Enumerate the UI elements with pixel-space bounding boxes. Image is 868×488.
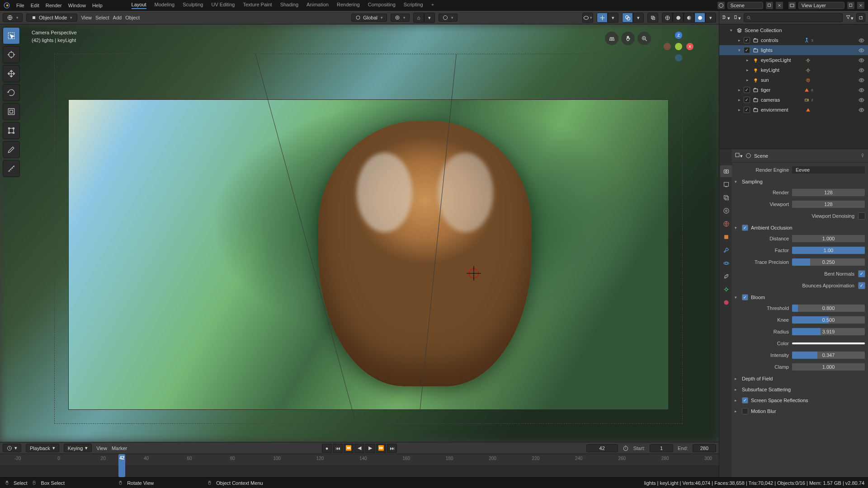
timeline-track[interactable] bbox=[0, 465, 719, 477]
navigation-gizmo[interactable]: Z X bbox=[664, 32, 693, 61]
tab-texture-paint[interactable]: Texture Paint bbox=[243, 2, 272, 9]
outliner-root[interactable]: ▾ Scene Collection bbox=[719, 25, 868, 35]
disclosure-icon[interactable]: ▸ bbox=[745, 58, 750, 62]
tab-animation[interactable]: Animation bbox=[307, 2, 329, 9]
outliner-item-tiger[interactable]: ▸tiger8 bbox=[719, 85, 868, 95]
auto-key-toggle[interactable]: ● bbox=[322, 444, 332, 453]
pivot-point[interactable]: ▾ bbox=[391, 14, 410, 22]
prop-tab-physics[interactable] bbox=[720, 257, 732, 269]
outliner-item-cameras[interactable]: ▸cameras2 bbox=[719, 95, 868, 105]
outliner-filter[interactable]: ▾ bbox=[845, 14, 854, 21]
tab-rendering[interactable]: Rendering bbox=[337, 2, 360, 9]
viewport-denoising-checkbox[interactable] bbox=[858, 212, 865, 220]
panel-ambient-occlusion[interactable]: ▾Ambient Occlusion bbox=[735, 222, 865, 233]
prop-tab-data[interactable] bbox=[720, 283, 732, 295]
object-visibility-options[interactable]: ▾ bbox=[582, 13, 593, 23]
prop-tab-object[interactable] bbox=[720, 231, 732, 243]
hide-viewport-icon[interactable] bbox=[857, 56, 865, 64]
prop-tab-render[interactable] bbox=[720, 165, 732, 177]
timeline-view-menu[interactable]: View bbox=[96, 446, 107, 451]
tool-measure[interactable] bbox=[3, 160, 20, 177]
panel-motion-blur[interactable]: ▸Motion Blur bbox=[735, 406, 865, 417]
tab-layout[interactable]: Layout bbox=[132, 2, 146, 9]
hide-viewport-icon[interactable] bbox=[857, 86, 865, 94]
bloom-threshold-slider[interactable]: 0.800 bbox=[792, 304, 865, 312]
prop-tab-viewlayer[interactable] bbox=[720, 192, 732, 203]
axis-x-icon[interactable]: X bbox=[686, 43, 693, 50]
zoom-view-icon[interactable] bbox=[637, 32, 651, 45]
tool-rotate[interactable] bbox=[3, 84, 20, 101]
play-forward-icon[interactable]: ▶ bbox=[365, 444, 375, 453]
ao-enabled-checkbox[interactable] bbox=[742, 225, 748, 231]
viewlayer-new-icon[interactable] bbox=[847, 2, 854, 9]
jump-start-icon[interactable]: ⏮ bbox=[333, 444, 343, 453]
render-engine-select[interactable]: Eevee bbox=[792, 166, 865, 174]
disclosure-icon[interactable]: ▾ bbox=[728, 28, 734, 33]
viewport-menu-add[interactable]: Add bbox=[113, 15, 122, 20]
tool-move[interactable] bbox=[3, 65, 20, 82]
viewlayer-browse-icon[interactable] bbox=[788, 2, 796, 9]
disclosure-icon[interactable]: ▸ bbox=[736, 108, 742, 112]
outliner-display-mode[interactable]: ▾ bbox=[733, 14, 741, 21]
ao-distance-input[interactable]: 1.000 bbox=[792, 235, 865, 243]
editor-type-selector[interactable]: ▾ bbox=[3, 13, 23, 22]
3d-viewport[interactable]: Camera Perspective (42) lights | keyLigh… bbox=[0, 24, 719, 442]
prop-tab-constraints[interactable] bbox=[720, 270, 732, 282]
disclosure-icon[interactable]: ▸ bbox=[736, 88, 742, 92]
shading-lookdev[interactable] bbox=[684, 13, 694, 23]
motion-blur-enabled-checkbox[interactable] bbox=[742, 408, 748, 414]
disclosure-icon[interactable]: ▸ bbox=[745, 78, 750, 82]
ao-factor-slider[interactable]: 1.00 bbox=[792, 246, 865, 254]
gizmo-options[interactable]: ▾ bbox=[608, 13, 618, 23]
panel-bloom[interactable]: ▾Bloom bbox=[735, 292, 865, 303]
shading-rendered[interactable] bbox=[694, 13, 705, 23]
axis-neg-z-icon[interactable] bbox=[675, 54, 682, 61]
tool-cursor[interactable] bbox=[3, 46, 20, 63]
tab-uv-editing[interactable]: UV Editing bbox=[211, 2, 235, 9]
scene-delete-icon[interactable] bbox=[776, 2, 783, 9]
tab-sculpting[interactable]: Sculpting bbox=[183, 2, 203, 9]
transform-orientation[interactable]: Global▾ bbox=[351, 14, 387, 22]
outliner-item-controls[interactable]: ▸controls3 bbox=[719, 35, 868, 45]
collection-enable-checkbox[interactable] bbox=[744, 47, 750, 53]
bloom-knee-slider[interactable]: 0.500 bbox=[792, 316, 865, 324]
tab-scripting[interactable]: Scripting bbox=[404, 2, 423, 9]
collection-enable-checkbox[interactable] bbox=[744, 87, 750, 93]
prop-tab-output[interactable] bbox=[720, 178, 732, 190]
shading-wireframe[interactable] bbox=[662, 13, 673, 23]
bloom-clamp-input[interactable]: 1.000 bbox=[792, 363, 865, 371]
playhead[interactable]: 42 bbox=[118, 454, 125, 477]
render-samples-input[interactable]: 128 bbox=[792, 188, 865, 197]
bloom-radius-slider[interactable]: 3.919 bbox=[792, 328, 865, 336]
ao-bent-checkbox[interactable] bbox=[858, 270, 865, 277]
timeline-ruler[interactable]: -200204060801001201401601802002202402602… bbox=[0, 454, 719, 477]
disclosure-icon[interactable]: ▸ bbox=[736, 38, 742, 42]
timeline-marker-menu[interactable]: Marker bbox=[112, 446, 127, 451]
current-frame-input[interactable]: 42 bbox=[586, 444, 618, 452]
shading-options[interactable]: ▾ bbox=[705, 13, 716, 23]
prop-tab-modifiers[interactable] bbox=[720, 244, 732, 256]
play-reverse-icon[interactable]: ◀ bbox=[354, 444, 364, 453]
hide-viewport-icon[interactable] bbox=[857, 96, 865, 104]
tool-select-box[interactable] bbox=[3, 27, 20, 44]
prop-tab-scene[interactable] bbox=[720, 205, 732, 216]
properties-editor-type[interactable]: ▾ bbox=[735, 152, 743, 159]
overlay-options[interactable]: ▾ bbox=[633, 13, 644, 23]
pan-view-icon[interactable] bbox=[621, 32, 635, 45]
collection-enable-checkbox[interactable] bbox=[744, 97, 750, 103]
new-collection-button[interactable] bbox=[856, 13, 865, 22]
outliner-item-lights[interactable]: ▾lights bbox=[719, 45, 868, 55]
show-gizmo-toggle[interactable] bbox=[597, 13, 608, 23]
timeline-playback-menu[interactable]: Playback▾ bbox=[26, 444, 59, 452]
menu-edit[interactable]: Edit bbox=[31, 3, 39, 8]
jump-prev-key-icon[interactable]: ⏪ bbox=[344, 444, 354, 453]
bloom-color-swatch[interactable] bbox=[792, 342, 865, 345]
menu-window[interactable]: Window bbox=[68, 3, 86, 8]
viewlayer-name-input[interactable]: View Layer bbox=[798, 2, 844, 9]
ao-trace-slider[interactable]: 0.250 bbox=[792, 258, 865, 266]
disclosure-icon[interactable]: ▾ bbox=[736, 48, 742, 52]
ssr-enabled-checkbox[interactable] bbox=[742, 397, 748, 404]
prop-tab-world[interactable] bbox=[720, 218, 732, 230]
bloom-intensity-slider[interactable]: 0.347 bbox=[792, 351, 865, 359]
tab-compositing[interactable]: Compositing bbox=[368, 2, 396, 9]
